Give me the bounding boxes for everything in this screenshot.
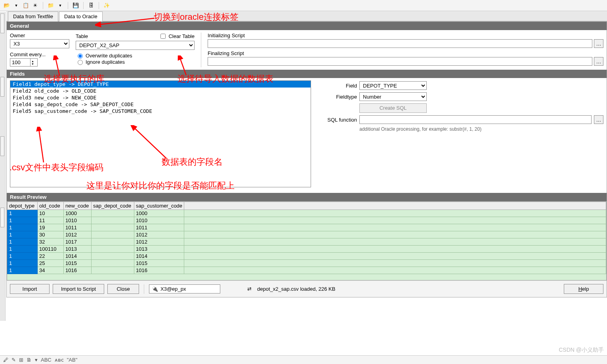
clear-table-checkbox[interactable]: [160, 34, 166, 39]
general-header: General: [7, 22, 607, 30]
column-header[interactable]: sap_customer_code: [134, 202, 184, 210]
commit-every-input[interactable]: [10, 59, 30, 66]
column-header[interactable]: sap_depot_code: [92, 202, 134, 210]
owner-select[interactable]: X3: [10, 39, 69, 48]
table-label: Table: [76, 33, 157, 39]
field-select[interactable]: DEPOT_TYPE: [359, 81, 427, 90]
overwrite-label: Overwrite duplicates: [86, 53, 132, 59]
fieldtype-label: Fieldtype: [319, 94, 357, 100]
open-file-icon[interactable]: 📂: [3, 2, 10, 9]
db-icon[interactable]: 🗄: [88, 2, 95, 9]
tab-data-to-oracle[interactable]: Data to Oracle: [59, 11, 103, 21]
bottom-bar: Import Import to Script Close 🔌 X3@ep_px…: [7, 280, 607, 297]
result-preview-panel: Result Preview depot_typeold_codenew_cod…: [7, 193, 607, 280]
final-script-input[interactable]: [208, 57, 592, 66]
fields-panel: Fields Field1 depot_type -> DEPOT_TYPEFi…: [7, 70, 607, 193]
final-script-label: Finalizing Script: [208, 50, 603, 56]
clear-table-label: Clear Table: [168, 33, 195, 39]
watermark: CSDN @小义助手: [559, 347, 604, 354]
table-row[interactable]: 13010121012: [8, 231, 606, 238]
dock-handle[interactable]: [0, 77, 4, 97]
column-header[interactable]: new_code: [64, 202, 92, 210]
save-icon[interactable]: 💾: [72, 2, 79, 9]
footer-tool-icon[interactable]: ✎: [11, 357, 16, 363]
footer-tool-icon[interactable]: ABC: [41, 357, 52, 363]
field-label: Field: [319, 83, 357, 89]
connection-value: X3@ep_px: [160, 286, 186, 292]
dock-handle[interactable]: [0, 136, 4, 156]
sql-function-label: SQL function: [319, 117, 357, 123]
column-header[interactable]: old_code: [38, 202, 64, 210]
import-button[interactable]: Import: [10, 284, 50, 294]
owner-label: Owner: [10, 32, 69, 38]
spinner-down-icon[interactable]: ▼: [31, 63, 35, 65]
main-tabs: Data from Textfile Data to Oracle: [6, 11, 607, 21]
sun-icon[interactable]: ☀: [32, 2, 39, 9]
preview-grid-scroll[interactable]: depot_typeold_codenew_codesap_depot_code…: [7, 201, 607, 280]
field-list-row[interactable]: Field1 depot_type -> DEPOT_TYPE: [10, 81, 311, 88]
footer-tool-icon[interactable]: ⊞: [19, 357, 23, 363]
top-toolbar: 📂 ▼ 📋 ☀ 📁 ▼ 💾 🗄 ✨: [0, 0, 607, 11]
wand-icon[interactable]: ✨: [103, 2, 110, 9]
fieldtype-select[interactable]: Number: [359, 92, 427, 101]
import-to-script-button[interactable]: Import to Script: [53, 284, 104, 294]
table-row[interactable]: 11910111011: [8, 224, 606, 231]
chevron-down-icon[interactable]: ▼: [57, 2, 64, 9]
db-small-icon: ⇄: [247, 286, 252, 292]
footer-tool-icon[interactable]: "AB": [67, 357, 78, 363]
result-preview-header: Result Preview: [7, 193, 607, 201]
sql-function-input[interactable]: [359, 115, 592, 124]
general-panel: General Owner X3 Commit every... ▲▼ Tabl…: [7, 22, 607, 70]
field-list-row[interactable]: Field5 sap_customer_code -> SAP_CUSTOMER…: [10, 108, 311, 114]
footer-tool-icon[interactable]: ᴀʙᴄ: [55, 357, 64, 363]
fields-list[interactable]: Field1 depot_type -> DEPOT_TYPEField2 ol…: [10, 80, 311, 187]
init-script-label: Initializing Script: [208, 32, 603, 38]
field-list-row[interactable]: Field4 sap_depot_code -> SAP_DEPOT_CODE: [10, 101, 311, 108]
final-script-browse-button[interactable]: …: [594, 57, 603, 66]
spinner-up-icon[interactable]: ▲: [31, 60, 35, 63]
footer-icon-strip: 🖉✎⊞🗎▾ABCᴀʙᴄ"AB": [0, 355, 607, 364]
table-row[interactable]: 12510151015: [8, 260, 606, 267]
ignore-label: Ignore duplicates: [86, 59, 125, 65]
sql-function-hint: additional Oracle processing, for exampl…: [359, 126, 603, 132]
init-script-browse-button[interactable]: …: [594, 39, 603, 48]
chevron-down-icon[interactable]: ▼: [13, 2, 20, 9]
table-select[interactable]: DEPOT_X2_SAP: [76, 41, 195, 50]
footer-tool-icon[interactable]: 🗎: [27, 357, 32, 363]
copy-icon[interactable]: 📋: [22, 2, 29, 9]
dock-handle[interactable]: [0, 208, 4, 227]
table-row[interactable]: 13410161016: [8, 267, 606, 274]
table-row[interactable]: 13210171012: [8, 238, 606, 246]
create-sql-button[interactable]: Create SQL: [359, 103, 427, 113]
folder-open-icon[interactable]: 📁: [47, 2, 54, 9]
commit-every-label: Commit every...: [10, 51, 69, 57]
sql-function-browse-button[interactable]: …: [594, 115, 603, 124]
footer-tool-icon[interactable]: ▾: [35, 357, 38, 363]
preview-grid: depot_typeold_codenew_codesap_depot_code…: [7, 202, 606, 274]
field-list-row[interactable]: Field2 old_code -> OLD_CODE: [10, 88, 311, 94]
help-button[interactable]: Help: [564, 284, 603, 294]
connection-combo[interactable]: 🔌 X3@ep_px: [149, 284, 220, 293]
init-script-input[interactable]: [208, 39, 592, 48]
db-plug-icon: 🔌: [152, 286, 158, 292]
field-list-row[interactable]: Field3 new_code -> NEW_CODE: [10, 94, 311, 101]
dock-handle[interactable]: [0, 13, 4, 33]
ignore-duplicates-radio[interactable]: [78, 60, 83, 65]
table-row[interactable]: 12210141014: [8, 253, 606, 260]
status-text: depot_x2_sap.csv loaded, 226 KB: [255, 285, 561, 293]
fields-header: Fields: [7, 70, 607, 78]
footer-tool-icon[interactable]: 🖉: [3, 357, 8, 363]
table-row[interactable]: 11010001000: [8, 210, 606, 217]
commit-every-spinner[interactable]: ▲▼: [10, 58, 38, 67]
table-row[interactable]: 110011010131013: [8, 246, 606, 253]
column-header[interactable]: depot_type: [8, 202, 38, 210]
tab-data-from-textfile[interactable]: Data from Textfile: [8, 11, 58, 21]
left-dock: [0, 12, 6, 321]
overwrite-duplicates-radio[interactable]: [78, 53, 83, 59]
table-row[interactable]: 11110101010: [8, 217, 606, 224]
close-button[interactable]: Close: [107, 284, 139, 294]
